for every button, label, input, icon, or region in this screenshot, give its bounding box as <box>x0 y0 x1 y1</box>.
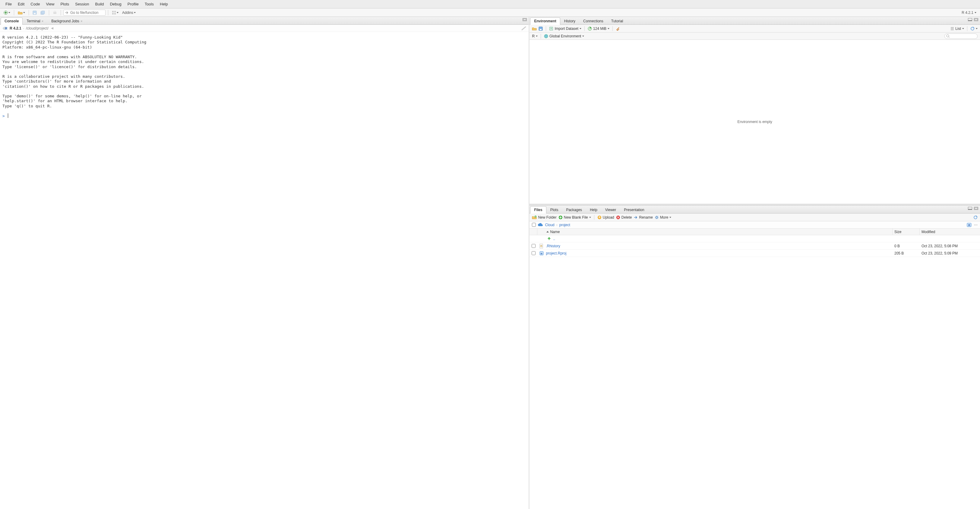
file-row-updir[interactable]: .. <box>530 235 980 242</box>
maximize-pane-icon[interactable] <box>974 207 978 210</box>
svg-point-23 <box>656 216 658 218</box>
chevron-down-icon <box>589 217 591 218</box>
minimize-pane-icon[interactable] <box>968 207 972 210</box>
save-all-button[interactable] <box>39 10 46 15</box>
file-checkbox[interactable] <box>531 251 536 255</box>
upload-button[interactable]: Upload <box>597 215 614 220</box>
tab-help[interactable]: Help <box>586 206 601 213</box>
history-file-icon <box>539 243 544 248</box>
tab-packages[interactable]: Packages <box>562 206 586 213</box>
chevron-down-icon <box>579 28 581 29</box>
chevron-down-icon <box>582 36 584 37</box>
goto-file-input[interactable] <box>63 10 105 16</box>
env-scope-button[interactable]: Global Environment <box>544 34 584 38</box>
search-icon <box>946 34 950 38</box>
updir-link[interactable]: .. <box>553 237 555 241</box>
menu-edit[interactable]: Edit <box>15 1 27 8</box>
save-button[interactable] <box>31 10 38 15</box>
breadcrumb-cloud[interactable]: Cloud <box>545 223 554 227</box>
menu-session[interactable]: Session <box>72 1 92 8</box>
chevron-down-icon <box>670 217 671 218</box>
menu-profile[interactable]: Profile <box>124 1 142 8</box>
up-arrow-icon <box>547 237 551 241</box>
globe-icon <box>544 34 548 38</box>
select-all-checkbox[interactable] <box>532 223 536 227</box>
new-file-button[interactable] <box>2 10 11 15</box>
rename-button[interactable]: Rename <box>633 215 652 220</box>
file-link[interactable]: .Rhistory <box>546 244 560 248</box>
menu-view[interactable]: View <box>43 1 57 8</box>
clear-console-icon[interactable] <box>521 26 526 30</box>
tab-console[interactable]: Console <box>1 17 22 25</box>
tab-bg-jobs[interactable]: Background Jobs× <box>47 17 86 25</box>
folder-plus-icon <box>532 215 537 220</box>
menu-debug[interactable]: Debug <box>107 1 124 8</box>
save-workspace-button[interactable] <box>539 27 543 31</box>
env-view-list-button[interactable]: List <box>950 27 964 31</box>
files-toolbar: New Folder New Blank File Upload Delete <box>530 213 980 221</box>
breadcrumb-sep-icon: › <box>556 223 558 227</box>
tab-history[interactable]: History <box>560 17 579 25</box>
share-icon[interactable] <box>50 27 54 30</box>
addins-button[interactable]: Addins <box>121 10 137 15</box>
more-button[interactable]: More <box>655 215 671 220</box>
import-icon <box>549 27 553 31</box>
main-toolbar: Addins R 4.2.1 <box>0 8 980 17</box>
tab-terminal[interactable]: Terminal× <box>22 17 47 25</box>
r-version-selector[interactable]: R 4.2.1 <box>960 11 978 15</box>
tab-presentation[interactable]: Presentation <box>620 206 648 213</box>
console-prompt: > <box>2 114 5 118</box>
maximize-pane-icon[interactable] <box>523 18 527 21</box>
console-working-dir: /cloud/project/ <box>26 26 49 30</box>
print-button[interactable] <box>52 10 58 15</box>
close-icon[interactable]: × <box>81 19 82 23</box>
svg-text:R: R <box>968 224 970 227</box>
menu-code[interactable]: Code <box>27 1 43 8</box>
more-options-icon[interactable]: ⋯ <box>974 223 978 227</box>
new-blank-file-button[interactable]: New Blank File <box>558 215 591 220</box>
r-logo-icon: R <box>2 26 8 30</box>
tab-tutorial[interactable]: Tutorial <box>607 17 627 25</box>
menu-tools[interactable]: Tools <box>142 1 157 8</box>
grid-button[interactable] <box>111 10 120 15</box>
load-workspace-button[interactable] <box>532 27 537 31</box>
folder-open-icon <box>532 27 537 31</box>
file-size: 0 B <box>892 244 920 248</box>
new-folder-button[interactable]: New Folder <box>532 215 556 220</box>
tab-environment[interactable]: Environment <box>530 17 560 25</box>
menu-plots[interactable]: Plots <box>57 1 72 8</box>
col-header-modified[interactable]: Modified <box>920 229 980 235</box>
menu-file[interactable]: File <box>2 1 15 8</box>
clear-objects-button[interactable] <box>616 27 620 31</box>
breadcrumb-project[interactable]: project <box>559 223 570 227</box>
broom-icon <box>616 27 620 31</box>
separator <box>60 10 61 15</box>
file-checkbox[interactable] <box>531 244 536 248</box>
env-language-button[interactable]: R <box>532 34 538 38</box>
col-header-size[interactable]: Size <box>892 229 920 235</box>
files-column-header: Name Size Modified <box>530 229 980 235</box>
tab-viewer[interactable]: Viewer <box>601 206 620 213</box>
delete-button[interactable]: Delete <box>616 215 632 220</box>
svg-rect-6 <box>54 11 56 12</box>
col-header-name[interactable]: Name <box>537 229 892 235</box>
minimize-pane-icon[interactable] <box>968 18 972 21</box>
file-link[interactable]: project.Rproj <box>546 251 566 255</box>
tab-files[interactable]: Files <box>530 206 546 213</box>
close-icon[interactable]: × <box>41 19 43 23</box>
menu-help[interactable]: Help <box>157 1 171 8</box>
plus-circle-icon <box>4 11 8 15</box>
svg-rect-4 <box>41 11 45 14</box>
menu-build[interactable]: Build <box>92 1 107 8</box>
refresh-files-button[interactable] <box>974 215 978 220</box>
console-output[interactable]: R version 4.2.1 (2022-06-23) -- "Funny-L… <box>0 32 528 509</box>
tab-connections[interactable]: Connections <box>579 17 607 25</box>
maximize-pane-icon[interactable] <box>974 18 978 21</box>
r-project-icon[interactable]: R <box>967 223 972 227</box>
open-project-button[interactable] <box>17 10 26 15</box>
tab-plots[interactable]: Plots <box>546 206 562 213</box>
import-dataset-button[interactable]: Import Dataset <box>549 27 581 31</box>
goto-file-wrap <box>63 10 105 16</box>
refresh-env-button[interactable] <box>970 27 978 31</box>
memory-usage-button[interactable]: 124 MiB <box>588 27 609 31</box>
